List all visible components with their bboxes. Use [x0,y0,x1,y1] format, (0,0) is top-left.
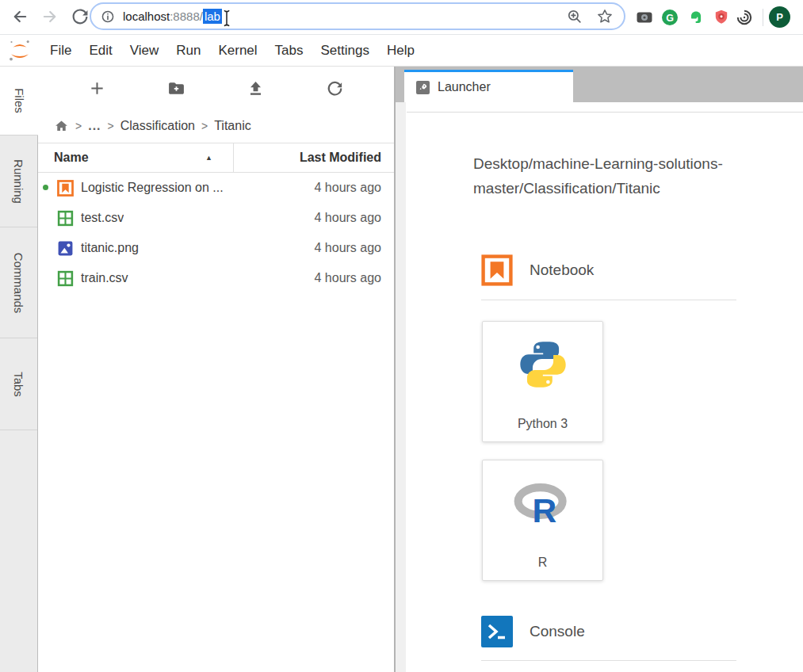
sidebar-tab-strip: Files Running Commands Tabs [0,67,38,672]
card-label-python3: Python 3 [518,417,568,431]
dock-divider [407,112,803,113]
launcher-rocket-icon [416,81,430,94]
home-icon[interactable] [54,119,69,133]
console-section-icon [481,616,513,647]
text-cursor-icon [223,10,231,27]
tab-launcher-label: Launcher [438,80,491,94]
launcher-card-r[interactable]: R R [482,460,603,581]
kernel-running-dot [43,185,48,190]
notebook-file-icon [57,180,74,197]
url-host[interactable]: localhost [123,10,170,23]
file-row-notebook[interactable]: Logistic Regression on ... 4 hours ago [38,173,394,203]
bookmark-star-icon[interactable] [597,9,613,25]
python-logo-icon [516,338,570,391]
card-label-r: R [538,556,548,570]
section-divider [481,660,736,661]
launcher-card-python3[interactable]: Python 3 [482,321,603,442]
file-name: test.csv [81,211,124,225]
notebook-section-label: Notebook [530,262,594,279]
file-browser-toolbar [38,67,394,109]
extension-spiral-icon[interactable] [736,9,753,26]
image-file-icon [57,240,74,257]
file-modified: 4 hours ago [314,271,394,285]
menu-edit[interactable]: Edit [80,43,120,59]
breadcrumb-ellipsis[interactable]: ... [88,119,101,133]
zoom-page-icon[interactable] [567,9,583,25]
forward-icon[interactable] [41,8,59,25]
reload-icon[interactable] [71,8,89,25]
extension-shield-icon[interactable] [713,9,730,26]
dock-tab-bar: Launcher [396,67,803,102]
file-row-test-csv[interactable]: test.csv 4 hours ago [38,203,394,233]
sidebar-tab-files[interactable]: Files [0,67,38,136]
notebook-section-header: Notebook [481,254,594,286]
page-info-icon[interactable] [101,10,115,24]
menu-help[interactable]: Help [378,43,423,59]
main-dock-panel: Launcher Desktop/machine-Learning-soluti… [396,67,803,672]
svg-text:G: G [666,13,674,24]
avatar-initial: P [776,11,783,23]
back-icon[interactable] [11,8,29,25]
tab-launcher[interactable]: Launcher [404,70,573,102]
column-header-name[interactable]: Name ▲ [38,143,234,172]
breadcrumb-classification[interactable]: Classification [120,119,195,133]
column-header-last-modified[interactable]: Last Modified [234,143,394,172]
file-list-header: Name ▲ Last Modified [38,143,394,173]
url-port[interactable]: :8888/ [170,10,203,23]
menu-run[interactable]: Run [167,43,209,59]
menu-file[interactable]: File [41,43,80,59]
new-folder-icon[interactable] [166,78,186,98]
section-divider [481,300,736,300]
sidebar-tab-running[interactable]: Running [0,136,37,227]
extension-evernote-icon[interactable] [687,9,705,26]
file-modified: 4 hours ago [314,241,394,255]
breadcrumb-separator: > [108,120,114,132]
notebook-section-icon [481,254,513,286]
address-bar[interactable]: localhost:8888/lab [90,2,625,30]
sidebar-tab-tabs[interactable]: Tabs [0,338,37,430]
jupyter-logo-icon [6,37,33,64]
menu-view[interactable]: View [121,43,168,59]
menu-tabs[interactable]: Tabs [266,43,312,59]
menu-kernel[interactable]: Kernel [209,43,266,59]
menu-items: File Edit View Run Kernel Tabs Settings … [41,35,423,66]
launcher-left-gutter [396,102,406,672]
breadcrumb-separator: > [201,120,208,132]
url-selected-text[interactable]: lab [203,9,222,24]
file-modified: 4 hours ago [314,211,394,225]
sidebar-tab-commands[interactable]: Commands [0,227,37,338]
launcher-current-directory: Desktop/machine-Learning-solutions-maste… [473,151,751,200]
svg-text:R: R [532,491,556,527]
profile-avatar[interactable]: P [769,6,790,28]
file-name: titanic.png [81,241,139,255]
console-section-header: Console [481,616,585,647]
file-row-train-csv[interactable]: train.csv 4 hours ago [38,263,394,293]
menu-settings[interactable]: Settings [312,43,378,59]
console-section-label: Console [530,623,585,640]
file-browser-panel: > ... > Classification > Titanic Name ▲ … [38,67,394,672]
file-row-titanic-png[interactable]: titanic.png 4 hours ago [38,233,394,263]
refresh-icon[interactable] [325,78,346,98]
browser-toolbar: localhost:8888/lab G P [0,0,803,35]
file-name: train.csv [81,271,128,285]
breadcrumb: > ... > Classification > Titanic [38,109,394,143]
sort-ascending-icon: ▲ [205,154,212,162]
extension-camera-icon[interactable] [636,9,653,26]
breadcrumb-separator: > [75,120,82,132]
breadcrumb-titanic[interactable]: Titanic [214,119,251,133]
csv-file-icon [57,270,74,287]
file-name: Logistic Regression on ... [81,181,224,195]
upload-icon[interactable] [246,78,266,98]
toolbar-separator [763,9,763,26]
csv-file-icon [57,210,74,227]
jupyter-menu-bar: File Edit View Run Kernel Tabs Settings … [0,35,803,67]
file-modified: 4 hours ago [314,181,394,195]
r-logo-icon: R [513,483,573,527]
extension-grammarly-icon[interactable]: G [661,9,679,26]
new-launcher-icon[interactable] [86,78,107,98]
